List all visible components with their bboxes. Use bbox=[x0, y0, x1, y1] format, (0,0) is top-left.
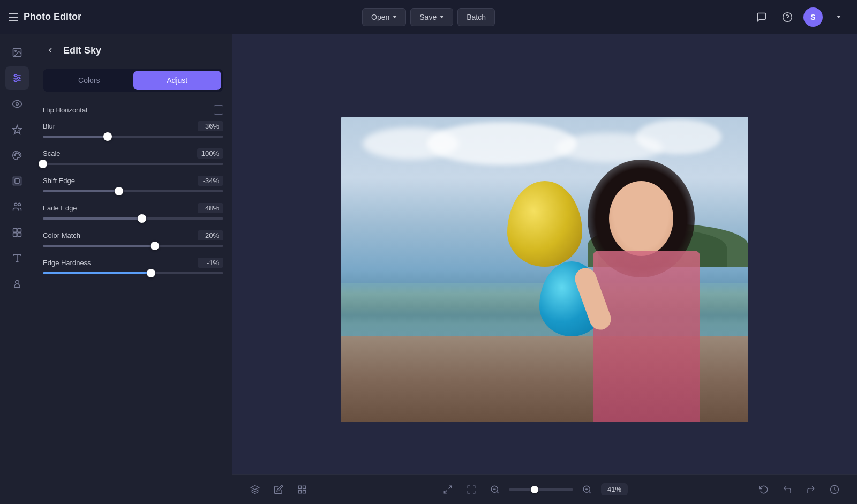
svg-rect-28 bbox=[303, 486, 306, 488]
batch-button[interactable]: Batch bbox=[457, 8, 495, 26]
edge-hardness-slider[interactable] bbox=[43, 272, 223, 274]
back-button[interactable] bbox=[43, 43, 58, 58]
svg-point-8 bbox=[17, 77, 19, 79]
blur-row: Blur 36% bbox=[43, 121, 223, 131]
svg-point-11 bbox=[14, 154, 16, 156]
sidebar-icon-frame[interactable] bbox=[5, 169, 29, 193]
app-title: Photo Editor bbox=[24, 11, 81, 22]
zoom-in-button[interactable] bbox=[577, 480, 597, 499]
sidebar-icon-text[interactable] bbox=[5, 246, 29, 270]
chevron-down-icon bbox=[393, 16, 397, 18]
zoom-level: 41% bbox=[601, 483, 628, 495]
save-button[interactable]: Save bbox=[410, 8, 453, 26]
fade-edge-label: Fade Edge bbox=[43, 204, 77, 212]
svg-rect-19 bbox=[13, 229, 17, 232]
photo-background bbox=[341, 117, 748, 422]
open-button[interactable]: Open bbox=[362, 8, 406, 26]
zoom-slider[interactable] bbox=[509, 488, 573, 491]
fade-edge-row: Fade Edge 48% bbox=[43, 203, 223, 213]
topbar-center: Open Save Batch bbox=[362, 8, 495, 26]
undo-button[interactable] bbox=[778, 480, 797, 499]
svg-rect-22 bbox=[17, 233, 21, 237]
fade-edge-slider[interactable] bbox=[43, 217, 223, 220]
zoom-fit-button[interactable] bbox=[462, 480, 481, 499]
sidebar-icon-adjustments[interactable] bbox=[5, 66, 29, 90]
bottom-left-tools bbox=[245, 480, 312, 499]
svg-point-25 bbox=[15, 280, 19, 284]
shift-edge-value: -34% bbox=[198, 176, 223, 186]
fit-screen-button[interactable] bbox=[438, 480, 457, 499]
topbar-right: S bbox=[495, 7, 848, 27]
user-avatar[interactable]: S bbox=[803, 7, 823, 27]
flip-horizontal-checkbox[interactable] bbox=[214, 105, 223, 115]
fade-edge-value: 48% bbox=[198, 203, 223, 213]
main-area: Edit Sky Colors Adjust Flip Horizontal B… bbox=[0, 34, 857, 504]
chat-icon-button[interactable] bbox=[752, 7, 771, 27]
svg-marker-26 bbox=[251, 485, 259, 490]
help-icon-button[interactable] bbox=[778, 7, 797, 27]
svg-rect-21 bbox=[13, 233, 17, 237]
flip-horizontal-label: Flip Horizontal bbox=[43, 106, 87, 114]
photo-frame bbox=[341, 117, 748, 422]
sidebar-icon-paint[interactable] bbox=[5, 144, 29, 167]
scale-slider[interactable] bbox=[43, 163, 223, 165]
layers-button[interactable] bbox=[245, 480, 265, 499]
color-match-value: 20% bbox=[198, 230, 223, 240]
svg-line-31 bbox=[448, 486, 451, 488]
edit-button[interactable] bbox=[269, 480, 288, 499]
svg-rect-15 bbox=[13, 177, 21, 185]
user-menu-chevron[interactable] bbox=[829, 7, 848, 27]
scale-value: 100% bbox=[197, 148, 223, 159]
sidebar-icon-effects[interactable] bbox=[5, 221, 29, 244]
sidebar-icon-magic[interactable] bbox=[5, 118, 29, 141]
svg-point-12 bbox=[15, 153, 17, 154]
grid-button[interactable] bbox=[292, 480, 312, 499]
blur-label: Blur bbox=[43, 122, 55, 130]
color-match-row: Color Match 20% bbox=[43, 230, 223, 240]
sidebar-icon-image[interactable] bbox=[5, 41, 29, 64]
topbar: Photo Editor Open Save Batch S bbox=[0, 0, 857, 34]
edge-hardness-label: Edge Hardness bbox=[43, 259, 91, 267]
svg-rect-16 bbox=[14, 179, 19, 183]
color-match-slider[interactable] bbox=[43, 245, 223, 247]
svg-point-3 bbox=[14, 50, 16, 52]
bottom-center-tools: 41% bbox=[438, 480, 628, 499]
sidebar-icon-people[interactable] bbox=[5, 195, 29, 219]
chevron-down-icon bbox=[440, 16, 444, 18]
yellow-balloon bbox=[507, 181, 582, 267]
sidebar-icon-stamp[interactable] bbox=[5, 272, 29, 296]
edit-panel: Edit Sky Colors Adjust Flip Horizontal B… bbox=[34, 34, 232, 504]
bottom-right-tools bbox=[754, 480, 844, 499]
svg-rect-29 bbox=[298, 490, 301, 493]
photo-container bbox=[341, 117, 748, 422]
rotate-button[interactable] bbox=[754, 480, 773, 499]
bottom-toolbar: 41% bbox=[232, 474, 857, 504]
chevron-down-icon bbox=[837, 16, 841, 18]
tab-colors[interactable]: Colors bbox=[45, 71, 133, 90]
scale-row: Scale 100% bbox=[43, 148, 223, 159]
redo-button[interactable] bbox=[801, 480, 821, 499]
svg-point-7 bbox=[14, 74, 17, 77]
svg-point-10 bbox=[16, 103, 18, 106]
shift-edge-label: Shift Edge bbox=[43, 177, 75, 185]
flip-horizontal-row: Flip Horizontal bbox=[43, 105, 223, 115]
svg-rect-20 bbox=[17, 229, 21, 232]
menu-icon[interactable] bbox=[9, 13, 18, 21]
svg-line-32 bbox=[444, 490, 447, 493]
svg-point-17 bbox=[14, 203, 17, 206]
color-match-label: Color Match bbox=[43, 231, 80, 239]
history-button[interactable] bbox=[825, 480, 844, 499]
svg-point-0 bbox=[783, 12, 792, 21]
svg-rect-27 bbox=[298, 486, 301, 488]
canvas-area: 41% bbox=[232, 34, 857, 504]
svg-point-9 bbox=[14, 80, 17, 82]
panel-header: Edit Sky bbox=[43, 43, 223, 58]
topbar-left: Photo Editor bbox=[9, 11, 362, 22]
blur-slider[interactable] bbox=[43, 136, 223, 138]
shift-edge-slider[interactable] bbox=[43, 190, 223, 192]
zoom-out-button[interactable] bbox=[485, 480, 505, 499]
sidebar-icon-eye[interactable] bbox=[5, 92, 29, 116]
tab-adjust[interactable]: Adjust bbox=[133, 71, 222, 90]
panel-title: Edit Sky bbox=[63, 45, 101, 56]
shift-edge-row: Shift Edge -34% bbox=[43, 176, 223, 186]
